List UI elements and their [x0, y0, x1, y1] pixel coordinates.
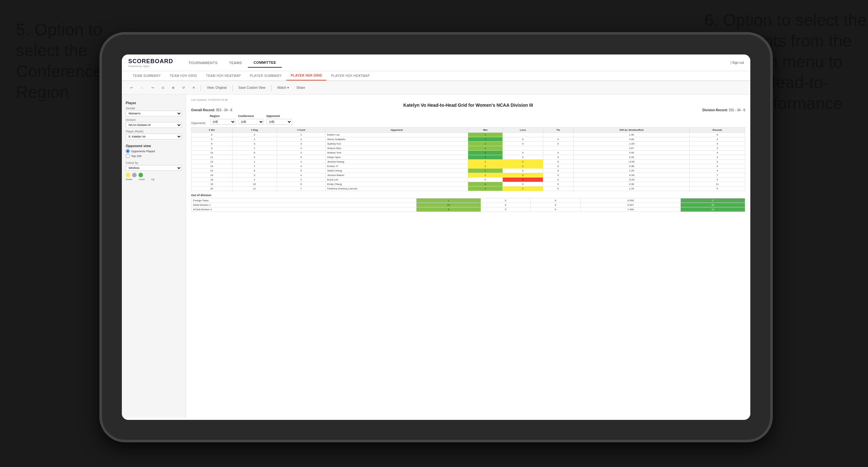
cell-div: 9: [191, 146, 232, 151]
cell-conf: 4: [277, 164, 326, 168]
cell-rounds: 2: [690, 160, 745, 164]
dot-up: [138, 173, 143, 177]
toolbar-add[interactable]: ⊕: [170, 85, 176, 90]
out-cell-diff: 7.400: [580, 207, 681, 212]
table-row: 15 8 5 Stella Cheng 1 0 0 1.25 4: [191, 168, 745, 173]
sidebar-gender-select[interactable]: Women's: [126, 111, 182, 116]
cell-conf: 5: [277, 168, 326, 173]
sidebar-player-label: Player: [126, 101, 182, 105]
sub-tab-player-summary[interactable]: PLAYER SUMMARY: [245, 71, 286, 81]
cell-rounds: 4: [690, 133, 745, 137]
label-up: Up: [151, 178, 155, 181]
cell-opponent: Euna Lee: [326, 178, 468, 182]
th-div: # Div: [191, 128, 232, 133]
toolbar-undo[interactable]: ↩: [128, 85, 135, 90]
cell-rounds: 3: [690, 155, 745, 160]
th-opponent: Opponent: [326, 128, 468, 133]
toolbar-save-custom[interactable]: Save Custom View: [237, 85, 268, 90]
cell-rounds: 6: [690, 187, 745, 191]
cell-diff: 0.38: [573, 164, 689, 168]
toolbar-view-original[interactable]: View: Original: [205, 85, 228, 90]
toolbar-refresh[interactable]: ↺: [180, 85, 187, 90]
cell-conf: 7: [277, 187, 326, 191]
filter-conference-title: Conference: [238, 115, 264, 118]
sub-tab-player-h2h-heatmap[interactable]: PLAYER H2H HEATMAP: [327, 71, 374, 81]
cell-div: 10: [191, 151, 232, 155]
cell-opponent: Stella Cheng: [326, 168, 468, 173]
cell-tie: 0: [543, 187, 573, 191]
sidebar-player-rank-select[interactable]: 8. Katelyn Vo: [126, 134, 182, 139]
header-sign-out[interactable]: | Sign out: [731, 61, 744, 64]
nav-tab-committee[interactable]: COMMITTEE: [248, 58, 282, 68]
toolbar-close[interactable]: ✕: [190, 85, 197, 90]
nav-tab-tournaments[interactable]: TOURNAMENTS: [183, 58, 223, 68]
table-header-row: # Div # Reg # Conf Opponent Win Loss Tie…: [191, 128, 745, 133]
cell-loss: 0: [503, 137, 543, 142]
cell-conf: 2: [277, 178, 326, 182]
filter-group-opponent: Opponent (All): [267, 115, 292, 125]
toolbar-redo[interactable]: ↪: [149, 85, 156, 90]
cell-tie: [543, 133, 573, 137]
dot-down: [126, 173, 130, 177]
cell-rounds: 3: [690, 137, 745, 142]
cell-loss: 0: [503, 155, 543, 160]
out-cell-diff: 9.267: [580, 203, 681, 207]
cell-opponent: Alexis Sudjianto: [326, 137, 468, 142]
cell-conf: 6: [277, 182, 326, 187]
tablet-screen: SCOREBOARD Powered by clippd TOURNAMENTS…: [122, 55, 750, 420]
nav-tab-teams[interactable]: TEAMS: [223, 58, 248, 68]
filter-region-select[interactable]: (All): [210, 119, 236, 125]
cell-opponent: Emily Chang: [326, 182, 468, 187]
toolbar-watch[interactable]: Watch ▾: [275, 85, 291, 90]
cell-reg: 3: [232, 142, 277, 146]
cell-diff: 4.00: [573, 137, 689, 142]
cell-win: 1: [468, 168, 502, 173]
last-updated: Last Updated: 27/03/2024 16:46: [191, 98, 745, 101]
toolbar-sep-3: [271, 85, 272, 91]
cell-rounds: 3: [690, 146, 745, 151]
cell-diff: 4.00: [573, 151, 689, 155]
table-row: 19 10 6 Emily Chang 4 0 0 0.30 11: [191, 182, 745, 187]
sub-tab-team-h2h-grid[interactable]: TEAM H2H GRID: [165, 71, 202, 81]
cell-win: 2: [468, 187, 502, 191]
cell-win: 1: [468, 137, 502, 142]
sidebar-division-label: Division: [126, 118, 182, 122]
table-row: 14 7 4 Eunice Yi 2 2 0 0.38 9: [191, 164, 745, 168]
th-loss: Loss: [503, 128, 543, 133]
sub-tab-player-h2h-grid[interactable]: PLAYER H2H GRID: [286, 71, 327, 81]
sidebar-colour-dots: [126, 173, 182, 177]
cell-loss: 2: [503, 173, 543, 178]
out-table-row: NAIA Division 1 15 0 0 9.267 30: [191, 203, 745, 207]
sidebar-radio-opponents-played[interactable]: Opponents Played: [126, 149, 182, 153]
sidebar-division-select[interactable]: NCAA Division III: [126, 122, 182, 128]
th-rounds: Rounds: [690, 128, 745, 133]
sub-tab-team-summary[interactable]: TEAM SUMMARY: [128, 71, 165, 81]
label-down: Down: [126, 178, 132, 181]
cell-reg: 7: [232, 164, 277, 168]
cell-tie: 0: [543, 142, 573, 146]
cell-opponent: Sydney Kuo: [326, 142, 468, 146]
cell-opponent: Jessica Mason: [326, 173, 468, 178]
filter-opponent-select[interactable]: (All): [267, 119, 292, 125]
sidebar-colour-by-select[interactable]: Win/loss: [126, 165, 182, 171]
sub-tab-team-h2h-heatmap[interactable]: TEAM H2H HEATMAP: [202, 71, 245, 81]
cell-loss: [503, 146, 543, 151]
filter-group-conference: Conference (All): [238, 115, 264, 125]
sidebar-gender-label: Gender: [126, 107, 182, 110]
cell-tie: 0: [543, 151, 573, 155]
cell-loss: 2: [503, 160, 543, 164]
main-data-table: # Div # Reg # Conf Opponent Win Loss Tie…: [191, 127, 745, 191]
cell-opponent: Esther Lee: [326, 133, 468, 137]
toolbar-back[interactable]: ←: [138, 85, 146, 90]
sidebar-radio-top100[interactable]: Top 100: [126, 154, 182, 158]
cell-conf: 4: [277, 146, 326, 151]
cell-diff: -3.00: [573, 160, 689, 164]
toolbar-target[interactable]: ⊙: [160, 85, 166, 90]
table-row: 9 1 4 Sharon Mun 1 3.67 3: [191, 146, 745, 151]
toolbar-share[interactable]: Share: [295, 85, 307, 90]
filter-group-region: Region (All): [210, 115, 236, 125]
filter-conference-select[interactable]: (All): [238, 119, 264, 125]
cell-conf: 3: [277, 142, 326, 146]
cell-win: 1: [468, 133, 502, 137]
panel-title: Katelyn Vo Head-to-Head Grid for Women's…: [191, 102, 745, 108]
